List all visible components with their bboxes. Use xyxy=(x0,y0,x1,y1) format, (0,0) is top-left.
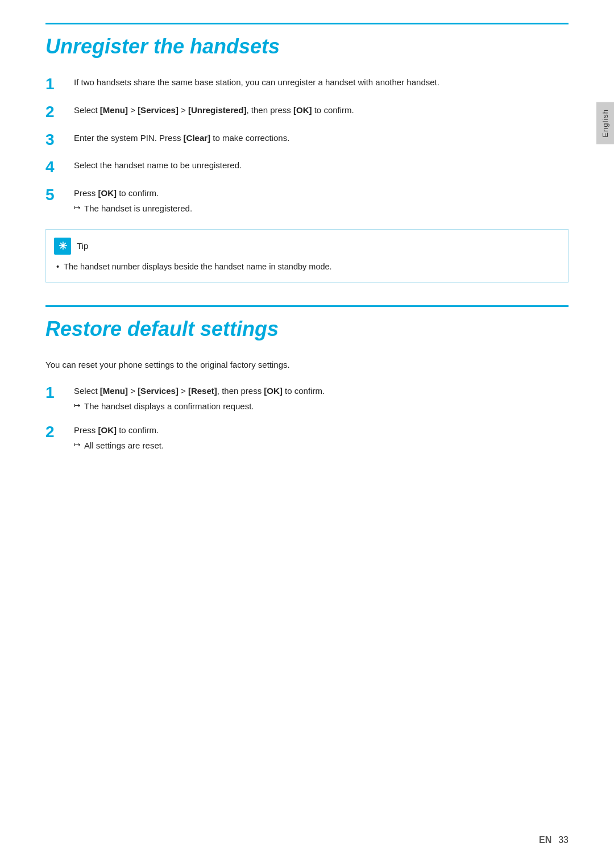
step-content-1: If two handsets share the same base stat… xyxy=(74,76,439,89)
step-number-2: 2 xyxy=(45,103,74,121)
asterisk-icon: ✳ xyxy=(59,240,67,252)
tip-icon: ✳ xyxy=(54,238,71,255)
footer-lang: EN xyxy=(539,835,551,845)
step-1-1: 1 If two handsets share the same base st… xyxy=(45,76,569,93)
tip-box: ✳ Tip • The handset number displays besi… xyxy=(45,229,569,283)
step-2-1-result-text: The handset displays a confirmation requ… xyxy=(84,400,254,413)
step-2-1: 1 Select [Menu] > [Services] > [Reset], … xyxy=(45,384,569,413)
bullet-dot: • xyxy=(56,260,59,273)
footer-page-number: 33 xyxy=(558,835,569,845)
section2-title: Restore default settings xyxy=(45,317,569,341)
step-content-2: Select [Menu] > [Services] > [Unregister… xyxy=(74,103,354,117)
section2-intro: You can reset your phone settings to the… xyxy=(45,358,569,372)
step-2-2-result: ↦ All settings are reset. xyxy=(74,439,164,452)
step-number-3: 3 xyxy=(45,131,74,149)
tip-label: Tip xyxy=(77,241,88,251)
step-number-4: 4 xyxy=(45,159,74,176)
language-tab: English xyxy=(596,102,614,144)
step2-number-2: 2 xyxy=(45,423,74,441)
step-1-5: 5 Press [OK] to confirm. ↦ The handset i… xyxy=(45,186,569,215)
section1-steps: 1 If two handsets share the same base st… xyxy=(45,76,569,215)
step2-content-2: Press [OK] to confirm. ↦ All settings ar… xyxy=(74,423,164,452)
step-2-1-result: ↦ The handset displays a confirmation re… xyxy=(74,400,325,413)
step-number-5: 5 xyxy=(45,186,74,204)
tip-bullet-item: • The handset number displays beside the… xyxy=(56,260,558,273)
step-1-3: 3 Enter the system PIN. Press [Clear] to… xyxy=(45,131,569,149)
section1-title: Unregister the handsets xyxy=(45,35,569,59)
step-1-4: 4 Select the handset name to be unregist… xyxy=(45,159,569,176)
step-2-2: 2 Press [OK] to confirm. ↦ All settings … xyxy=(45,423,569,452)
section2-steps: 1 Select [Menu] > [Services] > [Reset], … xyxy=(45,384,569,452)
arrow-icon-1: ↦ xyxy=(74,202,81,214)
arrow-icon-2: ↦ xyxy=(74,400,81,412)
step2-content-1: Select [Menu] > [Services] > [Reset], th… xyxy=(74,384,325,413)
page-container: English Unregister the handsets 1 If two… xyxy=(0,0,614,868)
step-content-4: Select the handset name to be unregister… xyxy=(74,159,242,172)
page-footer: EN 33 xyxy=(539,835,569,845)
step-1-2: 2 Select [Menu] > [Services] > [Unregist… xyxy=(45,103,569,121)
section2-divider xyxy=(45,305,569,307)
tip-header: ✳ Tip xyxy=(54,238,558,255)
step-content-3: Enter the system PIN. Press [Clear] to m… xyxy=(74,131,289,144)
step-number-1: 1 xyxy=(45,76,74,93)
tip-text: The handset number displays beside the h… xyxy=(64,260,332,273)
step-content-5: Press [OK] to confirm. ↦ The handset is … xyxy=(74,186,192,215)
step-1-5-result-text: The handset is unregistered. xyxy=(84,202,192,215)
tip-content: • The handset number displays beside the… xyxy=(54,260,558,273)
step-1-5-result: ↦ The handset is unregistered. xyxy=(74,202,192,215)
section1-divider xyxy=(45,23,569,24)
step-2-2-result-text: All settings are reset. xyxy=(84,439,164,452)
step2-number-1: 1 xyxy=(45,384,74,402)
arrow-icon-3: ↦ xyxy=(74,439,81,451)
